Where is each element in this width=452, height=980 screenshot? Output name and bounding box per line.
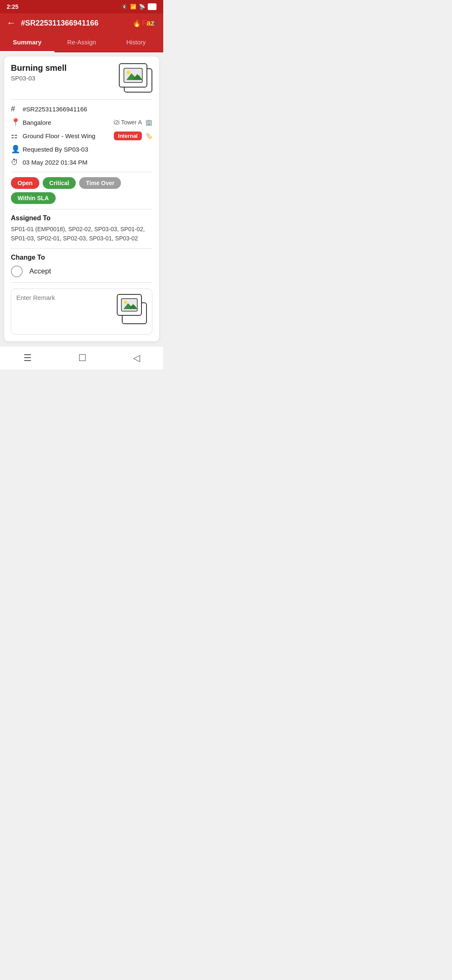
- datetime-row: ⏱ 03 May 2022 01:34 PM: [11, 158, 152, 167]
- change-to-title: Change To: [11, 254, 152, 261]
- floor-icon: ⚏: [11, 131, 23, 140]
- requested-by-value: Requested By SP03-03: [23, 146, 152, 153]
- tag-withinsla: Within SLA: [11, 192, 56, 204]
- internal-badge: Internal: [114, 132, 142, 140]
- status-icons: 🔇 📶 📡 98: [121, 3, 157, 10]
- remark-landscape-icon: [121, 298, 138, 312]
- tabs: Summary Re-Assign History: [0, 33, 163, 52]
- divider-2: [11, 172, 152, 172]
- image-card-front: [119, 63, 147, 88]
- floor-row: ⚏ Ground Floor - West Wing Internal 🏷️: [11, 131, 152, 140]
- landscape-icon: [123, 67, 143, 83]
- header: ← #SR225311366941166 🔥Fazi: [0, 13, 163, 33]
- status-bar: 2:25 🔇 📶 📡 98: [0, 0, 163, 13]
- svg-point-7: [124, 301, 127, 304]
- divider-5: [11, 282, 152, 283]
- location-row: 📍 Bangalore i2i Tower A 🏢: [11, 118, 152, 127]
- accept-radio-row[interactable]: Accept: [11, 266, 152, 277]
- assigned-to-section: Assigned To SP01-01 (EMP0018), SP02-02, …: [11, 214, 152, 243]
- location-icon: 📍: [11, 118, 23, 127]
- status-tags: Open Critical Time Over Within SLA: [11, 177, 152, 204]
- remark-section[interactable]: [11, 289, 152, 335]
- building-name: i2i Tower A: [114, 119, 142, 126]
- sr-number-row: # #SR225311366941166: [11, 105, 152, 113]
- issue-title: Burning smell: [11, 63, 67, 73]
- tab-summary[interactable]: Summary: [0, 33, 54, 52]
- building-icon: 🏢: [145, 119, 152, 126]
- remark-image-placeholder[interactable]: [117, 294, 147, 324]
- assigned-to-title: Assigned To: [11, 214, 152, 222]
- header-title: #SR225311366941166: [21, 19, 128, 28]
- logo: 🔥Fazi: [133, 19, 157, 28]
- signal-icon: 📡: [139, 4, 145, 10]
- requested-by-row: 👤 Requested By SP03-03: [11, 144, 152, 154]
- location-value: Bangalore: [23, 119, 114, 126]
- title-text: Burning smell SP03-03: [11, 63, 67, 82]
- status-time: 2:25: [7, 3, 18, 10]
- sr-number-value: #SR225311366941166: [23, 106, 152, 113]
- divider-3: [11, 209, 152, 209]
- change-to-section: Change To Accept: [11, 254, 152, 277]
- remark-input[interactable]: [16, 294, 113, 328]
- accept-label: Accept: [29, 267, 51, 276]
- tag-open: Open: [11, 177, 39, 189]
- floor-value: Ground Floor - West Wing: [23, 132, 114, 139]
- remark-image-front: [117, 294, 142, 316]
- issue-image-placeholder[interactable]: [119, 63, 152, 93]
- assigned-to-body: SP01-01 (EMP0018), SP02-02, SP03-03, SP0…: [11, 224, 152, 243]
- main-card: Burning smell SP03-03 # #SR2253113669411…: [4, 57, 159, 341]
- divider-4: [11, 248, 152, 249]
- clock-icon: ⏱: [11, 158, 23, 167]
- accept-radio-button[interactable]: [11, 266, 23, 277]
- bottom-nav: ☰ ☐ ◁: [0, 346, 163, 369]
- back-button[interactable]: ←: [7, 18, 16, 28]
- building-info: i2i Tower A 🏢: [114, 119, 152, 126]
- tag-icon: 🏷️: [145, 132, 152, 139]
- home-square-icon[interactable]: ☐: [78, 353, 87, 364]
- hash-icon: #: [11, 105, 23, 113]
- datetime-value: 03 May 2022 01:34 PM: [23, 159, 152, 166]
- tab-history[interactable]: History: [109, 33, 163, 52]
- tag-timeover: Time Over: [79, 177, 121, 189]
- svg-point-2: [127, 71, 130, 74]
- tag-critical: Critical: [43, 177, 76, 189]
- title-section: Burning smell SP03-03: [11, 63, 152, 93]
- wifi-icon: 📶: [130, 4, 136, 10]
- menu-icon[interactable]: ☰: [23, 353, 32, 364]
- mute-icon: 🔇: [121, 4, 128, 10]
- person-icon: 👤: [11, 144, 23, 154]
- issue-code: SP03-03: [11, 75, 67, 82]
- battery-badge: 98: [148, 3, 157, 10]
- tab-reassign[interactable]: Re-Assign: [54, 33, 109, 52]
- floor-right: Internal 🏷️: [114, 132, 152, 140]
- divider-1: [11, 99, 152, 100]
- back-nav-icon[interactable]: ◁: [133, 353, 140, 364]
